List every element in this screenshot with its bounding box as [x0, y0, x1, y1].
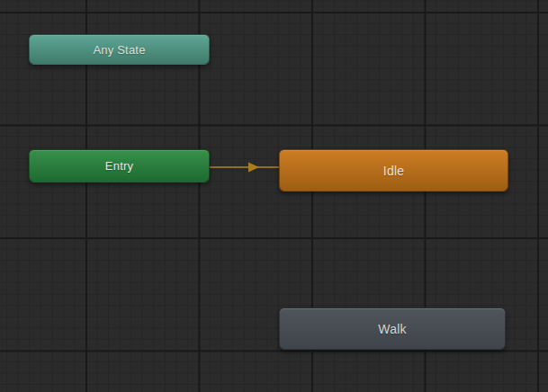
state-node-entry[interactable]: Entry: [29, 149, 210, 183]
state-node-idle[interactable]: Idle: [279, 149, 508, 192]
transition-entry-to-idle[interactable]: [210, 163, 279, 173]
state-node-label: Entry: [105, 159, 133, 173]
state-node-label: Idle: [383, 164, 404, 178]
animator-graph-canvas[interactable]: Any StateEntryIdleWalk: [0, 0, 548, 392]
state-node-walk[interactable]: Walk: [279, 307, 506, 350]
state-node-label: Walk: [378, 322, 406, 336]
state-node-any-state[interactable]: Any State: [29, 34, 210, 65]
state-node-label: Any State: [93, 43, 145, 57]
